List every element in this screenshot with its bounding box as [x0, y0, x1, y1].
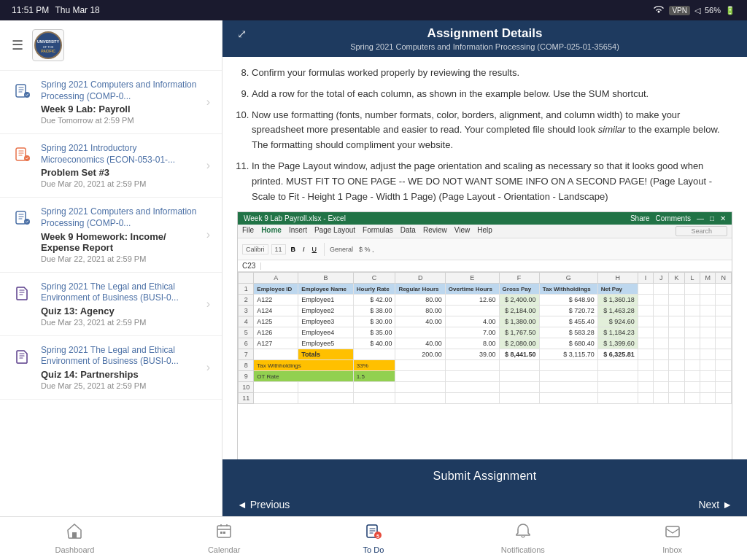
menu-data: Data — [400, 226, 416, 236]
instruction-8: Confirm your formulas worked properly by… — [252, 66, 732, 81]
item-3-course: Spring 2021 Computers and Information Pr… — [41, 206, 198, 229]
submit-bar: Submit Assignment — [222, 459, 747, 493]
sidebar-item-4[interactable]: Spring 2021 The Legal and Ethical Enviro… — [0, 273, 222, 336]
item-5-title: Quiz 14: Partnerships — [41, 369, 198, 380]
tab-inbox[interactable]: Inbox — [597, 523, 747, 554]
content-scroll[interactable]: Confirm your formulas worked properly by… — [222, 57, 747, 459]
signal-icon: ◁ — [694, 6, 700, 15]
assignment-icon-1 — [12, 81, 32, 101]
item-5-arrow: › — [206, 361, 210, 374]
svg-rect-13 — [223, 532, 225, 534]
vpn-badge: VPN — [669, 6, 690, 15]
tab-inbox-label: Inbox — [662, 545, 682, 554]
menu-review: Review — [423, 226, 447, 236]
status-bar: 11:51 PM Thu Mar 18 VPN ◁ 56% 🔋 — [0, 0, 747, 20]
school-logo: UNIVERSITY OF THE PACIFIC — [32, 29, 64, 61]
expand-icon[interactable]: ⤢ — [237, 27, 247, 41]
comments-btn: Comments — [656, 214, 691, 222]
instructions-list: Confirm your formulas worked properly by… — [237, 66, 732, 204]
assignment-header: ⤢ Assignment Details Spring 2021 Compute… — [222, 20, 747, 57]
navigation-bar: ◄ Previous Next ► — [222, 493, 747, 516]
sidebar-header: ☰ UNIVERSITY OF THE PACIFIC — [0, 20, 222, 71]
excel-screenshot: Week 9 Lab Payroll.xlsx - Excel Share Co… — [237, 211, 732, 459]
tab-todo-label: To Do — [363, 545, 384, 554]
item-4-arrow: › — [206, 298, 210, 311]
sidebar: ☰ UNIVERSITY OF THE PACIFIC — [0, 20, 222, 516]
sidebar-item-2[interactable]: Spring 2021 Introductory Microeconomics … — [0, 134, 222, 198]
assignment-subtitle: Spring 2021 Computers and Information Pr… — [237, 42, 732, 51]
instruction-9: Add a row for the total of each column, … — [252, 87, 732, 102]
item-1-due: Due Tomorrow at 2:59 PM — [41, 116, 198, 125]
item-4-title: Quiz 13: Agency — [41, 306, 198, 316]
hamburger-icon[interactable]: ☰ — [12, 37, 23, 53]
submit-button[interactable]: Submit Assignment — [433, 470, 536, 483]
menu-insert: Insert — [289, 226, 307, 236]
sidebar-item-3[interactable]: Spring 2021 Computers and Information Pr… — [0, 198, 222, 272]
item-1-arrow: › — [206, 96, 210, 109]
excel-toolbar: Calibri 11 B I U General $ % , — [238, 238, 732, 260]
menu-home: Home — [261, 226, 282, 236]
excel-grid: ABCDEFGH IJKLMN 1 Employee ID Employee N… — [238, 272, 732, 459]
todo-icon: 5 — [365, 524, 382, 542]
excel-minimize: — — [697, 214, 704, 222]
dashboard-icon — [66, 523, 83, 543]
calendar-icon — [216, 523, 232, 543]
svg-rect-10 — [72, 532, 77, 538]
tab-notifications-label: Notifications — [501, 545, 545, 554]
excel-menubar: File Home Insert Page Layout Formulas Da… — [238, 225, 732, 238]
item-2-due: Due Mar 20, 2021 at 2:59 PM — [41, 179, 198, 188]
svg-rect-17 — [666, 526, 679, 537]
instruction-11: In the Page Layout window, adjust the pa… — [252, 159, 732, 204]
excel-maximize: □ — [710, 214, 714, 222]
item-2-arrow: › — [206, 159, 210, 172]
instruction-10: Now use formatting (fonts, number format… — [252, 108, 732, 153]
battery-icon: 🔋 — [725, 6, 735, 15]
svg-text:PACIFIC: PACIFIC — [41, 49, 55, 53]
excel-titlebar: Week 9 Lab Payroll.xlsx - Excel Share Co… — [238, 212, 732, 225]
tab-dashboard[interactable]: Dashboard — [0, 523, 150, 554]
tab-calendar[interactable]: Calendar — [150, 523, 299, 554]
item-5-due: Due Mar 25, 2021 at 2:59 PM — [41, 381, 198, 390]
notifications-icon — [515, 523, 531, 543]
svg-rect-12 — [220, 532, 222, 534]
menu-pagelayout: Page Layout — [314, 226, 355, 236]
status-time: 11:51 PM — [12, 5, 49, 15]
item-3-arrow: › — [206, 228, 210, 241]
assignment-title: Assignment Details — [427, 26, 543, 41]
menu-help: Help — [477, 226, 492, 236]
item-3-due: Due Mar 22, 2021 at 2:59 PM — [41, 254, 198, 263]
item-1-title: Week 9 Lab: Payroll — [41, 104, 198, 114]
svg-text:UNIVERSITY: UNIVERSITY — [37, 39, 60, 44]
right-panel: ⤢ Assignment Details Spring 2021 Compute… — [222, 20, 747, 516]
battery-level: 56% — [705, 6, 721, 15]
assignment-icon-2 — [12, 144, 32, 165]
excel-close: ✕ — [720, 214, 726, 222]
item-3-title: Week 9 Homework: Income/ Expense Report — [41, 231, 198, 253]
sidebar-item-1[interactable]: Spring 2021 Computers and Information Pr… — [0, 71, 222, 134]
excel-formula-bar: C23 | — [238, 260, 732, 272]
next-button[interactable]: Next ► — [698, 499, 732, 510]
menu-formulas: Formulas — [363, 226, 393, 236]
item-2-title: Problem Set #3 — [41, 167, 198, 178]
cell-reference: C23 — [242, 262, 255, 270]
svg-text:5: 5 — [376, 534, 379, 539]
share-btn: Share — [630, 214, 650, 222]
item-2-course: Spring 2021 Introductory Microeconomics … — [41, 143, 198, 166]
sidebar-item-5[interactable]: Spring 2021 The Legal and Ethical Enviro… — [0, 336, 222, 400]
tab-todo[interactable]: 5 To Do — [299, 523, 449, 554]
tab-calendar-label: Calendar — [208, 545, 241, 554]
menu-file: File — [242, 226, 254, 236]
item-4-due: Due Mar 23, 2021 at 2:59 PM — [41, 318, 198, 327]
excel-title: Week 9 Lab Payroll.xlsx - Excel — [244, 214, 346, 222]
wifi-icon — [653, 5, 665, 15]
quiz-icon-4 — [12, 283, 32, 303]
quiz-icon-5 — [12, 346, 32, 367]
tab-dashboard-label: Dashboard — [55, 545, 94, 554]
menu-view: View — [454, 226, 471, 236]
assignment-icon-3 — [12, 208, 32, 228]
previous-button[interactable]: ◄ Previous — [237, 499, 290, 510]
tab-notifications[interactable]: Notifications — [448, 523, 597, 554]
item-4-course: Spring 2021 The Legal and Ethical Enviro… — [41, 281, 198, 304]
item-5-course: Spring 2021 The Legal and Ethical Enviro… — [41, 345, 198, 368]
inbox-icon — [665, 523, 681, 543]
